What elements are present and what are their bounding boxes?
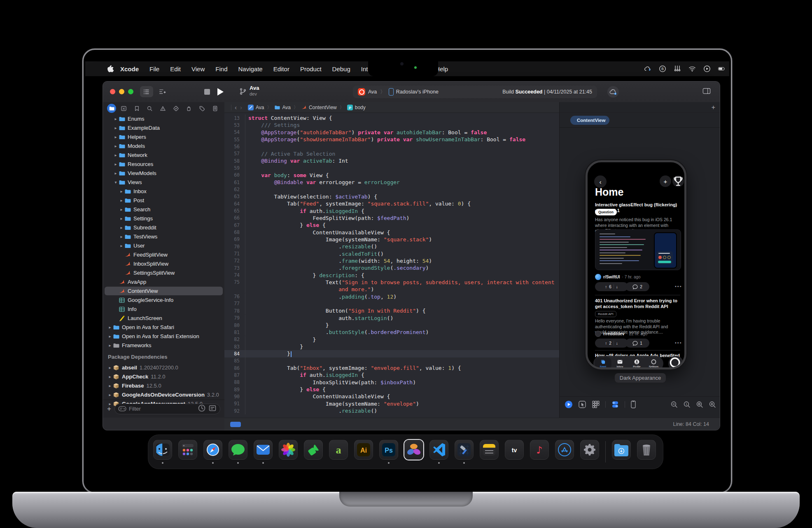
vote-pill[interactable]: ↑2 ↓ [595,339,628,348]
code-line[interactable]: 70 .resizable() [224,243,559,250]
code-line[interactable]: 71 .scaledToFit() [224,250,559,257]
preview-tab[interactable]: ContentView [570,116,609,125]
code-line[interactable]: 68 ContentUnavailableView { [224,229,559,236]
bookmarks-navigator-icon[interactable] [131,104,142,113]
package-row[interactable]: ▸ abseil 1.2024072200.0 [105,363,223,372]
phone-tab-profile[interactable]: Profile [628,357,645,369]
code-line[interactable]: 92 .resizable() [224,407,559,414]
device-settings-icon[interactable] [630,400,639,409]
disclosure-chevron-icon[interactable]: ▸ [119,189,124,194]
menu-item-editor[interactable]: Editor [268,65,295,72]
wifi-icon[interactable] [688,65,696,73]
go-back-button[interactable]: ‹ [235,104,237,111]
phone-tab-settings[interactable]: Settings [645,357,662,369]
go-forward-button[interactable]: › [240,104,242,111]
live-preview-icon[interactable] [565,400,573,409]
file-tree-row[interactable]: ▸ Post [105,196,223,205]
menu-item-edit[interactable]: Edit [165,65,186,72]
disclosure-chevron-icon[interactable]: ▸ [107,392,113,397]
file-tree-row[interactable]: ▸ TestViews [105,232,223,241]
dock-app-store-icon[interactable] [555,440,574,464]
file-tree-row[interactable]: ▸ Open in Ava for Safari [105,323,223,332]
code-line[interactable]: 73 .foregroundStyle(.secondary) [224,264,559,271]
issues-navigator-icon[interactable] [158,104,168,113]
dock-messages-icon[interactable] [229,440,247,464]
run-button[interactable] [217,88,224,96]
code-line[interactable]: 77 [224,300,559,307]
code-line[interactable]: 13 struct ContentView: View { [224,114,559,121]
menu-item-xcode[interactable]: Xcode [115,65,144,72]
disclosure-chevron-icon[interactable]: ▸ [113,117,119,121]
code-line[interactable]: 78 Button("Sign In with Reddit") { [224,307,559,314]
disclosure-chevron-icon[interactable]: ▸ [107,325,113,329]
dock-trash-icon[interactable] [637,440,656,464]
file-tree-row[interactable]: ▸ Models [105,142,223,150]
vote-pill[interactable]: ↑6 ↓ [595,282,628,291]
dock-photos-icon[interactable] [279,440,298,464]
code-line[interactable]: 60 var body: some View { [224,172,559,179]
add-file-button[interactable]: + [107,405,111,413]
breadcrumb-item[interactable]: Ava [274,105,290,110]
code-line[interactable]: 69 Image(systemName: "square.stack") [224,236,559,243]
breadcrumb-item[interactable]: Ava [248,105,264,110]
debug-navigator-icon[interactable] [184,104,194,113]
disclosure-chevron-icon[interactable]: ▸ [107,374,113,379]
activity-view[interactable]: Ava 〉 Radoslav's iPhone Build Succeeded … [353,86,597,98]
circle-b-icon[interactable]: B [658,65,667,73]
variants-icon[interactable] [592,400,600,409]
dock-downloads-icon[interactable] [612,440,631,464]
dock-safari-icon[interactable] [203,440,222,464]
code-line[interactable]: 56 [224,143,559,150]
code-line[interactable]: 89 } else { [224,386,559,393]
file-tree-row[interactable]: ▸ Open in Ava for Safari Extension [105,332,223,341]
more-icon[interactable]: ••• [675,340,682,345]
filter-menu-icon[interactable] [118,406,126,411]
disclosure-chevron-icon[interactable]: ▸ [119,243,124,248]
more-icon[interactable]: ••• [675,284,682,289]
disclosure-chevron-icon[interactable]: ▸ [107,343,113,348]
post-meta[interactable]: r/SwiftUI · 7 hr. ago [595,274,641,280]
close-window-button[interactable] [110,89,115,94]
dock-launchpad-icon[interactable] [178,440,197,464]
find-navigator-icon[interactable] [145,104,155,113]
file-tree-row[interactable]: ▸ Search [105,205,223,214]
dock-notes-icon[interactable] [480,440,499,464]
file-tree-row[interactable]: LaunchScreen [105,314,223,322]
file-tree-row[interactable]: ▸ Helpers [105,133,223,141]
file-tree-row[interactable]: ▸ Enums [105,114,223,123]
post-title[interactable]: 401 Unauthorized Error when trying to ge… [595,298,680,309]
code-line[interactable]: 58 @Binding var activeTab: Int [224,157,559,164]
file-tree-row[interactable]: GoogleService-Info [105,296,223,304]
dock-illustrator-icon[interactable]: Ai [354,440,373,464]
recent-filter-icon[interactable] [198,404,206,414]
menu-item-find[interactable]: Find [210,65,233,72]
file-tree-row[interactable]: ▸ Inbox [105,187,223,196]
file-tree-row[interactable]: ContentView [105,287,223,295]
file-tree-row[interactable]: ▾ Views [105,178,223,187]
code-editor[interactable]: 13 struct ContentView: View { 53 /// Set… [224,113,559,418]
file-tree-row[interactable]: ▸ Network [105,151,223,159]
zoom-actual-icon[interactable]: 1 [683,401,691,408]
file-tree-row[interactable]: ▸ Resources [105,160,223,168]
add-post-button[interactable]: + [660,175,671,187]
battery-icon[interactable] [718,65,726,73]
run-destination[interactable]: Radoslav's iPhone [396,89,439,95]
disclosure-chevron-icon[interactable]: ▾ [113,180,119,185]
code-line[interactable]: 59 [224,164,559,171]
disclosure-chevron-icon[interactable]: ▸ [113,144,119,148]
tests-navigator-icon[interactable] [170,104,181,113]
post-image[interactable] [595,229,681,270]
code-line[interactable]: 82 } [224,336,559,343]
code-line[interactable]: 80 } [224,322,559,329]
comments-pill[interactable]: 2 [625,282,649,291]
breadcrumb-item[interactable]: ContentView [301,105,337,110]
sync-cloud-icon[interactable] [644,65,652,73]
screen-record-icon[interactable] [703,65,711,73]
package-row[interactable]: ▸ AppCheck 11.2.0 [105,372,223,381]
breakpoints-navigator-icon[interactable] [196,104,207,113]
disclosure-chevron-icon[interactable]: ▸ [113,162,119,166]
file-tree-row[interactable]: FeedSplitView [105,250,223,259]
code-line[interactable]: 67 } else { [224,222,559,229]
dock-facetime-icon[interactable] [304,440,323,464]
package-row[interactable]: ▸ GoogleAdsOnDeviceConversion 3.2.0 [105,390,223,399]
